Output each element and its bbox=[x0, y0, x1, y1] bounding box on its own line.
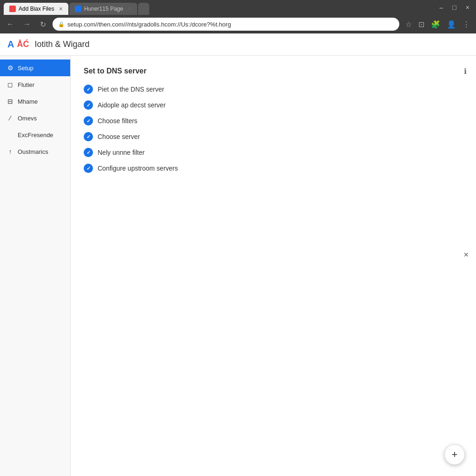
check-circle-5: ✓ bbox=[84, 148, 93, 157]
browser-tab-3[interactable] bbox=[138, 3, 149, 15]
checkmark-5: ✓ bbox=[86, 150, 91, 156]
checklist-item-6: ✓ Configure upstroom servers bbox=[84, 164, 463, 173]
sidebar-item-flutter[interactable]: ◻ Flutier bbox=[0, 76, 70, 93]
lock-icon: 🔒 bbox=[58, 21, 65, 27]
sidebar-label-excfresende: ExcFresende bbox=[18, 132, 53, 139]
flutter-icon: ◻ bbox=[7, 81, 14, 88]
sidebar-label-omevs: Omevs bbox=[18, 115, 37, 122]
fab-button[interactable]: + bbox=[444, 444, 465, 465]
fab-icon: + bbox=[452, 449, 458, 461]
logo-abc: ÅĆ bbox=[17, 40, 29, 49]
tab-label-2: Huner115 Page bbox=[84, 6, 123, 12]
sidebar: ⚙ Setup ◻ Flutier ⊟ Mhame ∕ Omevs Exc bbox=[0, 56, 71, 476]
checklist-text-3: Choose filters bbox=[98, 117, 138, 125]
checkmark-2: ✓ bbox=[86, 102, 91, 108]
tab-favicon-2 bbox=[75, 6, 81, 12]
browser-tab-1[interactable]: Add Biax Files × bbox=[4, 3, 68, 15]
logo-a: A bbox=[7, 39, 14, 50]
checklist-text-1: Piet on the DNS server bbox=[98, 86, 164, 93]
check-circle-4: ✓ bbox=[84, 132, 93, 141]
checklist-item-5: ✓ Nely unnne filter bbox=[84, 148, 463, 157]
oustmarics-icon: ↑ bbox=[7, 148, 14, 155]
sidebar-item-setup[interactable]: ⚙ Setup bbox=[0, 60, 70, 76]
browser-tab-2[interactable]: Huner115 Page × bbox=[69, 3, 137, 15]
checklist-item-4: ✓ Choose server bbox=[84, 132, 463, 141]
minimize-button[interactable]: – bbox=[437, 3, 446, 12]
tab-close-1[interactable]: × bbox=[59, 5, 63, 13]
checkmark-6: ✓ bbox=[86, 165, 91, 172]
checklist-text-5: Nely unnne filter bbox=[98, 149, 145, 156]
maximize-button[interactable]: □ bbox=[450, 3, 459, 12]
checkmark-1: ✓ bbox=[86, 86, 91, 93]
app-header: A ÅĆ Iotith & Wigard × bbox=[0, 33, 476, 56]
checkmark-4: ✓ bbox=[86, 134, 91, 140]
checklist-text-2: Aidople ap decst server bbox=[98, 101, 165, 109]
bookmark-icon[interactable]: ⊡ bbox=[416, 18, 427, 31]
close-window-button[interactable]: × bbox=[463, 3, 472, 12]
sidebar-item-omevs[interactable]: ∕ Omevs bbox=[0, 110, 70, 126]
app-logo: A ÅĆ bbox=[7, 39, 29, 50]
omevs-icon: ∕ bbox=[7, 114, 14, 122]
checklist-text-4: Choose server bbox=[98, 133, 140, 140]
setup-icon: ⚙ bbox=[7, 64, 14, 72]
profile-icon[interactable]: 👤 bbox=[444, 18, 458, 31]
checklist-item-2: ✓ Aidople ap decst server bbox=[84, 100, 463, 110]
browser-titlebar: Add Biax Files × Huner115 Page × – □ × bbox=[0, 0, 476, 15]
check-circle-2: ✓ bbox=[84, 100, 93, 110]
app-title: Iotith & Wigard bbox=[34, 40, 89, 49]
tab-close-2[interactable]: × bbox=[128, 5, 132, 13]
app-body: ⚙ Setup ◻ Flutier ⊟ Mhame ∕ Omevs Exc bbox=[0, 56, 476, 476]
excfresende-icon bbox=[7, 131, 14, 139]
browser-tabs: Add Biax Files × Huner115 Page × bbox=[4, 0, 149, 15]
address-text: setup.com//then.com///nts/gradolls.hcom:… bbox=[67, 21, 394, 28]
section-title: Set to DNS server bbox=[84, 67, 463, 75]
info-icon[interactable]: ℹ bbox=[464, 67, 467, 76]
sidebar-item-excfresende[interactable]: ExcFresende bbox=[0, 126, 70, 143]
toolbar-icons: ☆ ⊡ 🧩 👤 ⋮ bbox=[403, 18, 472, 31]
mname-icon: ⊟ bbox=[7, 98, 14, 105]
back-button[interactable]: ← bbox=[4, 18, 17, 30]
sidebar-item-oustmarics[interactable]: ↑ Oustmarics bbox=[0, 143, 70, 160]
sidebar-label-flutter: Flutier bbox=[18, 81, 34, 88]
extensions-icon[interactable]: 🧩 bbox=[429, 18, 443, 31]
check-circle-1: ✓ bbox=[84, 85, 93, 94]
check-circle-3: ✓ bbox=[84, 116, 93, 126]
sidebar-label-setup: Setup bbox=[18, 65, 33, 72]
menu-icon[interactable]: ⋮ bbox=[460, 18, 472, 31]
forward-button[interactable]: → bbox=[20, 18, 33, 30]
sidebar-label-oustmarics: Oustmarics bbox=[18, 148, 48, 155]
reload-button[interactable]: ↻ bbox=[37, 18, 49, 31]
sidebar-item-mname[interactable]: ⊟ Mhame bbox=[0, 93, 70, 110]
tab-label-1: Add Biax Files bbox=[19, 6, 54, 12]
window-controls: – □ × bbox=[437, 3, 472, 12]
checkmark-3: ✓ bbox=[86, 118, 91, 124]
star-icon[interactable]: ☆ bbox=[403, 18, 414, 31]
sidebar-label-mname: Mhame bbox=[18, 98, 38, 105]
app-window: A ÅĆ Iotith & Wigard × ⚙ Setup ◻ Flutier… bbox=[0, 33, 476, 476]
checklist-text-6: Configure upstroom servers bbox=[98, 165, 178, 172]
browser-toolbar: ← → ↻ 🔒 setup.com//then.com///nts/gradol… bbox=[0, 15, 476, 33]
checklist-item-1: ✓ Piet on the DNS server bbox=[84, 85, 463, 94]
main-content: Set to DNS server ℹ ✓ Piet on the DNS se… bbox=[71, 56, 476, 476]
address-bar[interactable]: 🔒 setup.com//then.com///nts/gradolls.hco… bbox=[53, 18, 399, 31]
checklist-item-3: ✓ Choose filters bbox=[84, 116, 463, 126]
checklist: ✓ Piet on the DNS server ✓ Aidople ap de… bbox=[84, 85, 463, 173]
tab-favicon-1 bbox=[9, 6, 16, 12]
check-circle-6: ✓ bbox=[84, 164, 93, 173]
